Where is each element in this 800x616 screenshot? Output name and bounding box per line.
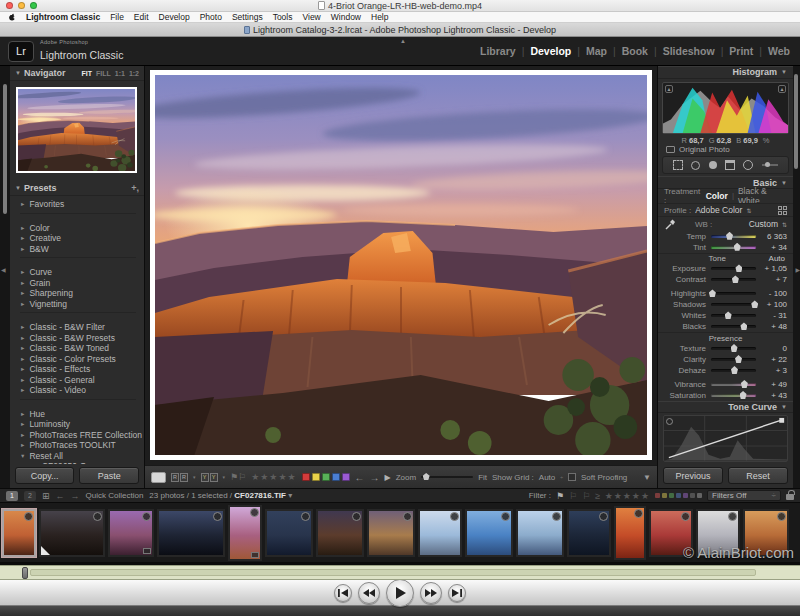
menu-file[interactable]: File — [110, 12, 124, 22]
thumbnail-badge-icon[interactable] — [142, 512, 151, 521]
thumbnail-badge-icon[interactable] — [250, 508, 259, 517]
star-rating[interactable]: ★★★★★ — [251, 472, 296, 482]
module-library[interactable]: Library — [480, 45, 516, 57]
module-book[interactable]: Book — [622, 45, 648, 57]
preset-curve[interactable]: ►Curve — [20, 267, 144, 278]
thumbnail-8[interactable] — [369, 511, 413, 555]
preset-grain[interactable]: ►Grain — [20, 278, 144, 289]
slider-track[interactable] — [711, 246, 756, 249]
filmstrip-cell-9[interactable] — [418, 509, 462, 557]
forward-arrow-icon[interactable]: → — [71, 491, 80, 501]
preset-color[interactable]: ►Color — [20, 223, 144, 234]
slider-track[interactable] — [711, 235, 756, 238]
preset-reset-all[interactable]: ▼Reset All — [20, 451, 144, 462]
thumbnail-badge-icon[interactable] — [681, 512, 690, 521]
slider-track[interactable] — [711, 394, 756, 397]
preset-classic-effects[interactable]: ►Classic - Effects — [20, 364, 144, 375]
slider-track[interactable] — [711, 267, 756, 270]
filter-dot-3[interactable] — [676, 493, 681, 498]
filter-dot-2[interactable] — [669, 493, 674, 498]
menu-help[interactable]: Help — [371, 12, 388, 22]
graduated-filter-icon[interactable] — [725, 160, 735, 170]
thumbnail-badge-icon[interactable] — [777, 512, 786, 521]
add-preset-icon[interactable]: +, — [131, 183, 139, 193]
nav-zoom-fit[interactable]: FIT — [81, 70, 92, 77]
thumbnail-6[interactable] — [267, 511, 311, 555]
filmstrip-cell-5[interactable] — [228, 505, 262, 561]
previous-photo-icon[interactable]: ← — [355, 472, 365, 483]
top-panel-collapse-icon[interactable]: ▲ — [400, 38, 406, 44]
thumbnail-badge-icon[interactable] — [501, 512, 510, 521]
healing-tool-icon[interactable] — [691, 161, 700, 170]
thumbnail-2[interactable] — [41, 511, 103, 555]
compare-view-icon[interactable]: RR — [171, 473, 188, 482]
slider-thumb[interactable] — [734, 243, 741, 251]
slider-thumb[interactable] — [726, 232, 733, 240]
slider-track[interactable] — [711, 314, 756, 317]
preset-classic-color-presets[interactable]: ►Classic - Color Presets — [20, 354, 144, 365]
zoom-slider-thumb[interactable] — [423, 473, 430, 480]
crop-tool-icon[interactable] — [673, 160, 683, 170]
filmstrip-cell-1[interactable] — [2, 509, 36, 557]
grid-auto-value[interactable]: Auto — [539, 473, 555, 482]
filmstrip-status[interactable]: 23 photos / 1 selected / CF027816.TIF ▾ — [149, 491, 292, 500]
menu-develop[interactable]: Develop — [159, 12, 190, 22]
slider-thumb[interactable] — [731, 366, 738, 374]
preset-classic-b-w-filter[interactable]: ►Classic - B&W Filter — [20, 322, 144, 333]
menu-view[interactable]: View — [302, 12, 320, 22]
collapse-right-panel-icon[interactable]: ▶ — [795, 266, 800, 273]
thumbnail-13[interactable] — [616, 508, 644, 558]
radial-filter-icon[interactable] — [743, 160, 753, 170]
menu-lightroom-classic[interactable]: Lightroom Classic — [26, 12, 100, 22]
player-timeline[interactable] — [0, 565, 800, 580]
filmstrip-cell-2[interactable] — [39, 509, 105, 557]
filter-dot-1[interactable] — [662, 493, 667, 498]
thumbnail-badge-icon[interactable] — [352, 512, 361, 521]
filter-dot-4[interactable] — [683, 493, 688, 498]
paste-button[interactable]: Paste — [79, 467, 139, 484]
preset-creative[interactable]: ►Creative — [20, 233, 144, 244]
preset-luminosity[interactable]: ►Luminosity — [20, 419, 144, 430]
module-develop[interactable]: Develop — [530, 45, 571, 57]
timeline-track[interactable] — [30, 569, 756, 576]
toolbar-options-icon[interactable]: ▼ — [643, 473, 651, 482]
right-scrollbar[interactable] — [794, 74, 798, 169]
wb-value[interactable]: Custom — [749, 219, 778, 229]
filters-off-dropdown[interactable]: Filters Off÷ — [707, 490, 781, 501]
filmstrip-cell-3[interactable] — [108, 509, 154, 557]
thumbnail-badge-icon[interactable] — [599, 512, 608, 521]
slider-thumb[interactable] — [740, 391, 747, 399]
menu-photo[interactable]: Photo — [200, 12, 222, 22]
preset-classic-general[interactable]: ►Classic - General — [20, 375, 144, 386]
slider-thumb[interactable] — [751, 300, 758, 308]
red-eye-tool-icon[interactable] — [709, 161, 717, 169]
reset-button[interactable]: Reset — [728, 467, 788, 484]
color-label-1[interactable] — [312, 473, 320, 481]
preset-sharpening[interactable]: ►Sharpening — [20, 288, 144, 299]
previous-button[interactable]: Previous — [663, 467, 723, 484]
filter-rating-stars[interactable]: ≥ ★★★★★ — [595, 491, 650, 501]
slideshow-play-icon[interactable]: ▶ — [385, 473, 391, 482]
slider-thumb[interactable] — [709, 289, 716, 297]
menu-window[interactable]: Window — [331, 12, 361, 22]
thumbnail-badge-icon[interactable] — [634, 509, 643, 518]
nav-zoom-fill[interactable]: FILL — [96, 70, 111, 77]
preset-phototraces-toolkit[interactable]: ►PhotoTraces TOOLKIT — [20, 440, 144, 451]
preset-classic-video[interactable]: ►Classic - Video — [20, 385, 144, 396]
presets-header[interactable]: ▼ Presets +, — [10, 181, 144, 196]
module-print[interactable]: Print — [729, 45, 753, 57]
filmstrip-cell-8[interactable] — [367, 509, 415, 557]
thumbnail-5[interactable] — [230, 507, 260, 559]
filter-dot-5[interactable] — [690, 493, 695, 498]
slider-track[interactable] — [711, 292, 756, 295]
filmstrip-cell-13[interactable] — [614, 506, 646, 560]
main-photo[interactable] — [150, 70, 652, 460]
playhead-handle[interactable] — [22, 567, 28, 579]
apple-menu-icon[interactable] — [8, 13, 16, 21]
pick-flag-icon[interactable]: ⚑⚐ — [230, 472, 246, 482]
preset-hue[interactable]: ►Hue — [20, 409, 144, 420]
fit-label[interactable]: Fit — [478, 473, 487, 482]
preset-vignetting[interactable]: ►Vignetting — [20, 299, 144, 310]
thumbnail-badge-icon[interactable] — [728, 512, 737, 521]
highlight-clipping-icon[interactable]: ▲ — [778, 85, 786, 93]
